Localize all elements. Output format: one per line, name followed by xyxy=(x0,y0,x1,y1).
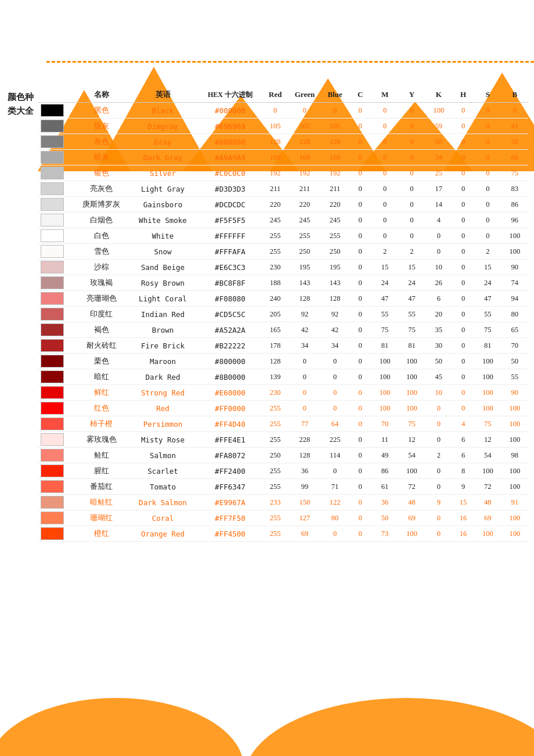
color-name-en: Brown xyxy=(127,322,199,338)
color-value-C: 0 xyxy=(349,260,371,275)
color-value-green: 127 xyxy=(288,510,320,526)
color-swatch xyxy=(41,355,64,368)
color-value-M: 75 xyxy=(371,322,398,338)
color-hex: #8B0000 xyxy=(199,369,262,385)
table-row: 腥红Scarlet#FF240025536008610008100100 xyxy=(38,463,528,479)
color-value-red: 128 xyxy=(262,134,288,150)
color-value-C: 0 xyxy=(349,369,371,385)
color-swatch xyxy=(41,323,64,336)
color-value-C: 0 xyxy=(349,495,371,510)
color-hex: #FFFAFA xyxy=(199,244,262,260)
color-value-blue: 211 xyxy=(321,181,349,197)
color-value-M: 100 xyxy=(371,369,398,385)
color-value-M: 0 xyxy=(371,103,398,118)
color-value-red: 250 xyxy=(262,448,288,463)
table-row: 白烟色White Smoke#F5F5F524524524500040096 xyxy=(38,213,528,228)
color-value-S: 69 xyxy=(474,510,501,526)
color-value-H: 0 xyxy=(452,307,474,322)
color-value-H: 15 xyxy=(452,495,474,510)
color-value-blue: 225 xyxy=(321,432,349,448)
color-value-green: 128 xyxy=(288,448,320,463)
color-value-red: 139 xyxy=(262,369,288,385)
side-label: 颜色种 类大全 xyxy=(6,90,35,118)
color-name-zh: 腥红 xyxy=(75,463,127,479)
color-value-red: 255 xyxy=(262,463,288,479)
color-value-S: 12 xyxy=(474,432,501,448)
table-row: 暗鲑红Dark Salmon#E9967A2331501220364891548… xyxy=(38,495,528,510)
color-value-green: 34 xyxy=(288,338,320,354)
color-value-Y: 54 xyxy=(398,448,425,463)
color-value-H: 0 xyxy=(452,118,474,134)
color-value-Y: 100 xyxy=(398,526,425,542)
table-row: 庚斯博罗灰Gainsboro#DCDCDC220220220000140086 xyxy=(38,197,528,213)
color-value-K: 50 xyxy=(425,354,452,369)
table-row: 雾玫瑰色Misty Rose#FFE4E12552282250111206121… xyxy=(38,432,528,448)
color-value-M: 0 xyxy=(371,197,398,213)
color-swatch-cell xyxy=(38,150,75,165)
color-value-C: 0 xyxy=(349,479,371,495)
color-swatch xyxy=(41,245,64,258)
color-value-K: 45 xyxy=(425,369,452,385)
color-value-S: 0 xyxy=(474,228,501,244)
color-value-M: 55 xyxy=(371,307,398,322)
color-value-H: 0 xyxy=(452,291,474,307)
header-M: M xyxy=(371,87,398,103)
color-value-red: 192 xyxy=(262,165,288,181)
color-value-Y: 81 xyxy=(398,338,425,354)
color-name-en: Gray xyxy=(127,134,199,150)
table-row: 鲜红Strong Red#E6000023000010010010010090 xyxy=(38,385,528,401)
color-value-B: 100 xyxy=(501,244,528,260)
color-hex: #800000 xyxy=(199,354,262,369)
color-value-K: 35 xyxy=(425,322,452,338)
color-value-C: 0 xyxy=(349,526,371,542)
color-value-blue: 0 xyxy=(321,385,349,401)
color-value-K: 0 xyxy=(425,463,452,479)
table-row: 暗灰Dark Gray#A9A9A9169169169000340066 xyxy=(38,150,528,165)
color-value-M: 86 xyxy=(371,463,398,479)
header-red: Red xyxy=(262,87,288,103)
color-value-B: 80 xyxy=(501,307,528,322)
color-value-K: 2 xyxy=(425,448,452,463)
color-value-green: 92 xyxy=(288,307,320,322)
color-swatch-cell xyxy=(38,432,75,448)
color-swatch xyxy=(41,104,64,117)
color-value-green: 245 xyxy=(288,213,320,228)
color-name-en: Silver xyxy=(127,165,199,181)
color-value-H: 8 xyxy=(452,463,474,479)
color-value-blue: 128 xyxy=(321,291,349,307)
color-swatch xyxy=(41,151,64,164)
table-row: 耐火砖红Fire Brick#B222221783434081813008170 xyxy=(38,338,528,354)
color-swatch xyxy=(41,402,64,415)
color-value-H: 0 xyxy=(452,401,474,416)
table-row: 黑色Black#000000000000100000 xyxy=(38,103,528,118)
color-value-Y: 75 xyxy=(398,322,425,338)
color-value-C: 0 xyxy=(349,322,371,338)
color-value-K: 0 xyxy=(425,228,452,244)
color-swatch xyxy=(41,527,64,540)
color-value-blue: 169 xyxy=(321,150,349,165)
color-hex: #FF6347 xyxy=(199,479,262,495)
color-value-red: 188 xyxy=(262,275,288,291)
color-value-blue: 192 xyxy=(321,165,349,181)
svg-point-6 xyxy=(0,698,244,756)
color-value-B: 100 xyxy=(501,510,528,526)
color-hex: #F08080 xyxy=(199,291,262,307)
color-swatch-cell xyxy=(38,338,75,354)
color-value-M: 70 xyxy=(371,416,398,432)
color-swatch-cell xyxy=(38,291,75,307)
color-value-Y: 2 xyxy=(398,244,425,260)
color-value-H: 0 xyxy=(452,150,474,165)
color-value-C: 0 xyxy=(349,103,371,118)
color-swatch xyxy=(41,386,64,399)
color-value-S: 55 xyxy=(474,307,501,322)
table-row: 栗色Maroon#80000012800010010050010050 xyxy=(38,354,528,369)
color-value-H: 0 xyxy=(452,354,474,369)
color-name-en: Persimmon xyxy=(127,416,199,432)
color-hex: #FFFFFF xyxy=(199,228,262,244)
table-row: 沙棕Sand Beige#E6C3C3230195195015151001590 xyxy=(38,260,528,275)
color-name-zh: 玫瑰褐 xyxy=(75,275,127,291)
color-swatch-cell xyxy=(38,495,75,510)
color-hex: #696969 xyxy=(199,118,262,134)
color-swatch-cell xyxy=(38,463,75,479)
color-value-green: 211 xyxy=(288,181,320,197)
